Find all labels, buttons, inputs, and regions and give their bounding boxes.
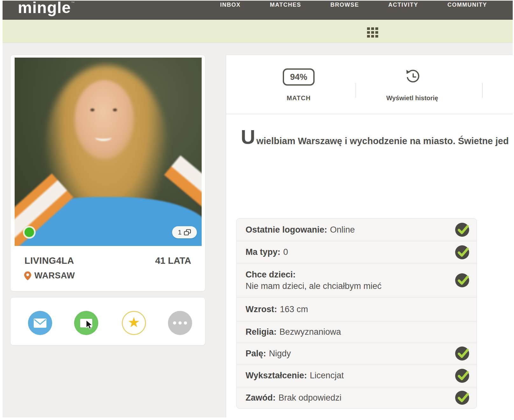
match-label: MATCH <box>276 94 321 102</box>
location-row: WARSAW <box>24 271 75 281</box>
detail-value: Brak odpowiedzi <box>279 393 342 403</box>
detail-label: Zawód: <box>246 393 276 403</box>
detail-row-religion: Religia: Bezwyznaniowa <box>237 321 476 343</box>
mouse-cursor <box>85 320 94 331</box>
trademark-symbol: ™ <box>71 1 75 5</box>
profile-details-table: Ostatnie logowanie: Online Ma typy: 0 <box>236 218 477 409</box>
detail-label: Chce dzieci: <box>246 269 296 280</box>
photo-smile <box>95 134 112 141</box>
check-badge-icon <box>455 273 472 288</box>
mingle-logo[interactable]: mingle™ <box>18 1 75 17</box>
favorite-button[interactable]: ★ <box>122 311 146 335</box>
toolbar-divider <box>482 83 483 98</box>
mingle-profile-page: mingle™ INBOX MATCHES BROWSE ACTIVITY CO… <box>0 0 514 420</box>
match-toolbar: 94% MATCH Wyświetl historię <box>226 55 513 114</box>
nav-item-community[interactable]: COMMUNITY <box>448 2 487 8</box>
about-text: wielbiam Warszawę i wychodzenie na miast… <box>256 136 509 146</box>
detail-row-wants-children: Chce dzieci: Nie mam dzieci, ale chciałb… <box>237 263 476 297</box>
toolbar-divider <box>356 83 356 98</box>
profile-photo[interactable] <box>15 58 202 246</box>
profile-detail-panel: 94% MATCH Wyświetl historię U wielbiam W… <box>226 55 513 417</box>
detail-row-education: Wykształcenie: Licencjat <box>237 364 476 387</box>
detail-label: Ostatnie logowanie: <box>246 225 327 235</box>
detail-label: Ma typy: <box>246 247 281 257</box>
detail-value: Online <box>330 225 355 235</box>
nav-item-matches[interactable]: MATCHES <box>270 2 301 8</box>
photo-face <box>74 80 134 159</box>
username: LIVING4LA <box>24 256 74 266</box>
detail-row-likes: Ma typy: 0 <box>237 241 476 263</box>
check-badge-icon <box>455 222 472 237</box>
photo-eye <box>113 108 117 111</box>
check-badge-icon <box>455 368 472 383</box>
star-icon: ★ <box>128 315 140 329</box>
location-pin-icon <box>24 271 31 281</box>
main-nav: INBOX MATCHES BROWSE ACTIVITY COMMUNITY <box>220 2 487 8</box>
detail-label: Religia: <box>246 327 277 337</box>
detail-value: Nie mam dzieci, ale chciałbym mieć <box>246 280 382 292</box>
detail-value: 163 cm <box>280 304 308 314</box>
detail-value: Nigdy <box>269 349 291 359</box>
age: 41 LATA <box>155 256 191 266</box>
about-dropcap: U <box>241 127 255 147</box>
match-percent: 94% <box>290 72 307 82</box>
detail-value: Licencjat <box>310 371 344 381</box>
match-percent-badge[interactable]: 94% <box>283 68 315 86</box>
stacked-photos-icon <box>184 229 191 236</box>
check-badge-icon <box>455 390 472 405</box>
ellipsis-icon <box>173 321 187 325</box>
detail-value: 0 <box>283 247 288 257</box>
top-navbar: mingle™ INBOX MATCHES BROWSE ACTIVITY CO… <box>3 1 513 20</box>
photo-count: 1 <box>178 228 182 236</box>
app-viewport: mingle™ INBOX MATCHES BROWSE ACTIVITY CO… <box>3 1 513 417</box>
nav-item-activity[interactable]: ACTIVITY <box>388 2 418 8</box>
nav-item-browse[interactable]: BROWSE <box>330 2 359 8</box>
nav-item-inbox[interactable]: INBOX <box>220 2 241 8</box>
envelope-icon <box>33 318 47 328</box>
location-name: WARSAW <box>34 271 75 281</box>
detail-row-last-login: Ostatnie logowanie: Online <box>237 219 476 241</box>
actions-card: ★ <box>10 297 205 346</box>
logo-text: mingle <box>18 1 71 17</box>
more-options-button[interactable] <box>168 311 192 335</box>
detail-label: Wykształcenie: <box>246 371 307 381</box>
sub-toolbar <box>3 20 513 43</box>
view-history-button[interactable]: Wyświetl historię <box>372 94 452 102</box>
check-badge-icon <box>455 245 472 260</box>
detail-label: Palę: <box>246 349 266 359</box>
detail-label: Wzrost: <box>246 304 277 314</box>
online-status-indicator <box>24 228 34 237</box>
photo-count-badge[interactable]: 1 <box>172 226 197 238</box>
profile-card: 1 LIVING4LA 41 LATA WARSAW <box>10 55 205 291</box>
detail-row-smoking: Palę: Nigdy <box>237 343 476 364</box>
send-message-button[interactable] <box>28 311 52 335</box>
check-badge-icon <box>455 346 472 361</box>
photo-eye <box>90 108 94 111</box>
detail-row-height: Wzrost: 163 cm <box>237 297 476 321</box>
apps-grid-icon[interactable] <box>367 27 379 38</box>
identity-row: LIVING4LA 41 LATA <box>24 256 191 266</box>
detail-value: Bezwyznaniowa <box>280 327 341 337</box>
detail-row-profession: Zawód: Brak odpowiedzi <box>237 387 476 408</box>
history-icon[interactable] <box>404 68 421 86</box>
